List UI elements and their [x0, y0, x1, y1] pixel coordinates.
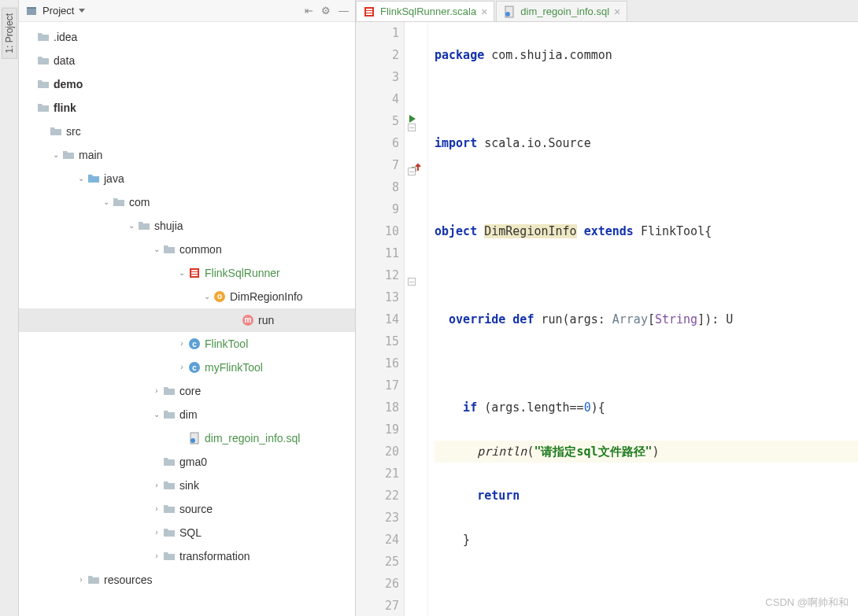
scala-file-icon	[363, 6, 375, 18]
tree-item-myflinktool[interactable]: ›cmyFlinkTool	[19, 356, 355, 379]
project-tool-tab[interactable]: 1: Project	[2, 8, 17, 59]
sql-file-icon	[503, 6, 516, 18]
svg-text:c: c	[192, 340, 197, 349]
editor-tabs: FlinkSqlRunner.scala × dim_regoin_info.s…	[356, 0, 858, 22]
fold-icon[interactable]	[408, 160, 416, 183]
svg-text:c: c	[192, 363, 197, 372]
line-number-gutter[interactable]: 1234567891011121314151617181920212223242…	[356, 22, 405, 616]
project-header: Project ⇤ ⚙ —	[19, 0, 355, 22]
tree-item-flinktool[interactable]: ›cFlinkTool	[19, 332, 355, 356]
fold-icon[interactable]	[408, 116, 416, 138]
tree-item-transformation[interactable]: ›transformation	[19, 544, 355, 568]
scala-class-icon: c	[188, 361, 201, 374]
svg-point-11	[190, 438, 195, 443]
svg-rect-3	[191, 270, 198, 271]
tree-item-sink[interactable]: ›sink	[19, 474, 355, 497]
tree-item-java[interactable]: ⌄java	[19, 167, 355, 190]
project-title: Project	[43, 5, 74, 17]
fold-icon[interactable]	[408, 271, 416, 293]
code-editor[interactable]: 1234567891011121314151617181920212223242…	[356, 22, 858, 616]
gear-icon[interactable]: ⚙	[321, 5, 331, 17]
code-content[interactable]: package com.shujia.common import scala.i…	[428, 22, 858, 616]
tree-item-shujia[interactable]: ⌄shujia	[19, 214, 355, 238]
close-icon[interactable]: ×	[614, 6, 620, 18]
tree-item-common[interactable]: ⌄common	[19, 238, 355, 261]
hide-icon[interactable]: —	[338, 5, 349, 17]
object-icon: o	[214, 291, 225, 302]
tree-item-sql[interactable]: ›SQL	[19, 521, 355, 544]
svg-rect-4	[191, 272, 198, 274]
tree-item-flink[interactable]: flink	[19, 96, 355, 120]
svg-rect-1	[27, 7, 36, 9]
scala-class-icon	[188, 267, 201, 279]
tool-window-bar[interactable]: 1: Project	[0, 0, 19, 616]
tree-item-com[interactable]: ⌄com	[19, 190, 355, 214]
tree-item-sqlfile[interactable]: dim_regoin_info.sql	[19, 426, 355, 450]
tree-item-demo[interactable]: demo	[19, 72, 355, 96]
tree-item-dimregioninfo[interactable]: ⌄oDimRegionInfo	[19, 285, 355, 308]
tree-item-core[interactable]: ›core	[19, 379, 355, 403]
tree-item-run[interactable]: mrun	[19, 308, 355, 332]
project-icon	[25, 5, 38, 17]
project-tree[interactable]: .idea data demo flink src ⌄main ⌄java ⌄c…	[19, 22, 355, 616]
close-icon[interactable]: ×	[481, 6, 487, 18]
svg-rect-14	[366, 11, 372, 13]
tree-item-idea[interactable]: .idea	[19, 25, 355, 49]
tree-item-dim[interactable]: ⌄dim	[19, 403, 355, 426]
collapse-icon[interactable]: ⇤	[305, 5, 313, 17]
svg-rect-13	[366, 9, 372, 10]
project-panel: Project ⇤ ⚙ — .idea data demo flink src …	[19, 0, 356, 616]
tree-item-src[interactable]: src	[19, 120, 355, 143]
project-dropdown-icon[interactable]	[79, 9, 85, 13]
tab-flinksqlrunner[interactable]: FlinkSqlRunner.scala ×	[356, 1, 494, 21]
gutter-icons	[405, 22, 428, 616]
svg-point-17	[505, 12, 510, 17]
tree-item-gma0[interactable]: gma0	[19, 450, 355, 474]
tree-item-main[interactable]: ⌄main	[19, 143, 355, 167]
editor-area: FlinkSqlRunner.scala × dim_regoin_info.s…	[356, 0, 858, 616]
tab-dimregoininfo[interactable]: dim_regoin_info.sql ×	[496, 1, 627, 21]
scala-class-icon: c	[188, 338, 201, 350]
tree-item-resources[interactable]: ›resources	[19, 568, 355, 592]
sql-file-icon	[188, 432, 201, 444]
svg-rect-15	[366, 13, 372, 15]
tree-item-source[interactable]: ›source	[19, 497, 355, 521]
tree-item-data[interactable]: data	[19, 49, 355, 72]
method-icon: m	[242, 315, 253, 326]
tree-item-flinksqlrunner[interactable]: ⌄FlinkSqlRunner	[19, 261, 355, 285]
svg-rect-5	[191, 275, 198, 276]
